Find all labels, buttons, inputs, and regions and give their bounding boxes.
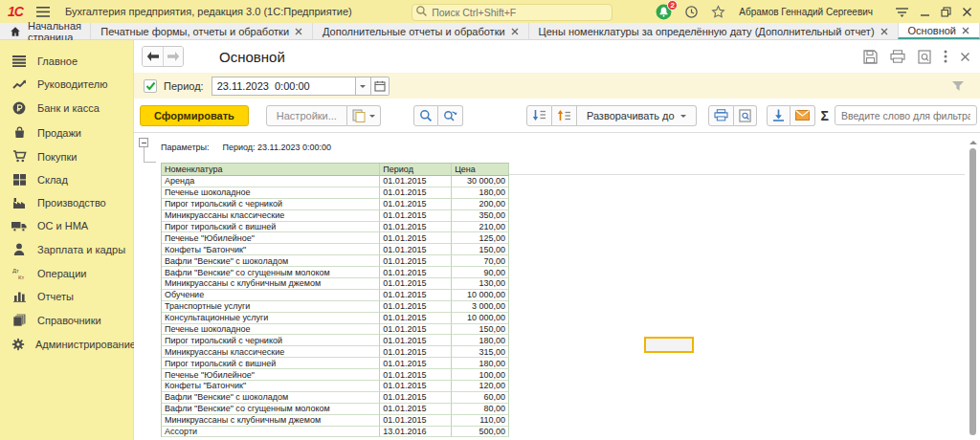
sidebar-item-purchases[interactable]: Покупки xyxy=(0,144,133,168)
group-collapse-box[interactable] xyxy=(139,138,148,147)
collapse-levels-button[interactable] xyxy=(552,105,577,126)
nomenclature-cell[interactable]: Консультационные услуги xyxy=(162,313,380,324)
period-cell[interactable]: 01.01.2015 xyxy=(380,301,452,313)
find-button[interactable] xyxy=(413,105,438,126)
nomenclature-cell[interactable]: Обучение xyxy=(162,290,380,301)
price-cell[interactable]: 10 000,00 xyxy=(452,290,509,301)
tab-print-forms[interactable]: Печатные формы, отчеты и обработки xyxy=(90,23,312,39)
nomenclature-cell[interactable]: Вафли "Венские" с шоколадом xyxy=(162,255,380,267)
price-cell[interactable]: 10 000,00 xyxy=(452,313,509,324)
price-cell[interactable]: 150,00 xyxy=(452,324,509,336)
period-cell[interactable]: 01.01.2015 xyxy=(380,187,452,199)
tab-nomenclature-prices[interactable]: Цены номенклатуры за определённую дату (… xyxy=(528,23,898,39)
vertical-scrollbar[interactable] xyxy=(968,137,978,440)
nomenclature-cell[interactable]: Миникруассаны классические xyxy=(162,346,380,358)
expand-levels-button[interactable] xyxy=(526,105,552,126)
restore-window-button[interactable] xyxy=(941,7,951,17)
period-cell[interactable]: 01.01.2015 xyxy=(380,324,452,336)
period-dropdown-button[interactable] xyxy=(355,77,371,96)
history-icon[interactable] xyxy=(684,5,699,19)
nomenclature-cell[interactable]: Конфеты "Батончик" xyxy=(162,244,380,255)
preview-icon[interactable] xyxy=(918,50,931,64)
selected-cell[interactable] xyxy=(644,337,694,353)
filter-funnel-icon[interactable] xyxy=(951,80,965,92)
column-header-nomenclature[interactable]: Номенклатура xyxy=(162,164,380,176)
period-checkbox[interactable] xyxy=(144,79,157,93)
nomenclature-cell[interactable]: Транспортные услуги xyxy=(162,301,380,313)
settings-button[interactable]: Настройки... xyxy=(266,105,347,126)
tab-home[interactable]: Начальная страница xyxy=(0,23,90,39)
nomenclature-cell[interactable]: Печенье шоколадное xyxy=(162,187,380,199)
price-cell[interactable]: 100,00 xyxy=(452,369,509,381)
price-cell[interactable]: 210,00 xyxy=(452,222,509,233)
calendar-button[interactable] xyxy=(371,77,390,96)
price-cell[interactable]: 90,00 xyxy=(452,267,509,278)
price-cell[interactable]: 500,00 xyxy=(452,427,509,438)
sidebar-item-sales[interactable]: Продажи xyxy=(0,121,133,144)
sidebar-item-main[interactable]: Главное xyxy=(0,50,133,73)
nomenclature-cell[interactable]: Ассорти xyxy=(162,427,380,438)
price-cell[interactable]: 110,00 xyxy=(452,415,509,427)
price-cell[interactable]: 180,00 xyxy=(452,335,509,346)
minimize-button[interactable] xyxy=(920,7,930,17)
tab-close-icon[interactable] xyxy=(962,27,969,34)
price-cell[interactable]: 180,00 xyxy=(452,358,509,369)
global-search-input[interactable] xyxy=(412,4,612,21)
service-menu-icon[interactable] xyxy=(895,6,909,17)
period-cell[interactable]: 01.01.2015 xyxy=(380,313,452,324)
price-cell[interactable]: 60,00 xyxy=(452,392,509,404)
print-button[interactable] xyxy=(708,105,734,126)
price-cell[interactable]: 30 000,00 xyxy=(452,176,509,187)
scrollbar-thumb[interactable] xyxy=(969,148,976,435)
period-date-input[interactable] xyxy=(212,77,355,96)
more-actions-kebab-icon[interactable] xyxy=(944,50,947,63)
nomenclature-cell[interactable]: Миникруассаны классические xyxy=(162,210,380,222)
period-cell[interactable]: 01.01.2015 xyxy=(380,404,452,415)
nomenclature-cell[interactable]: Аренда xyxy=(162,176,380,187)
global-search[interactable] xyxy=(412,3,612,20)
back-button[interactable] xyxy=(143,47,163,66)
close-window-button[interactable] xyxy=(962,7,972,17)
price-cell[interactable]: 70,00 xyxy=(452,255,509,267)
send-email-button[interactable] xyxy=(791,105,815,126)
sidebar-item-manager[interactable]: Руководителю xyxy=(0,73,133,96)
nomenclature-cell[interactable]: Пирог тирольский с вишней xyxy=(162,222,380,233)
period-cell[interactable]: 01.01.2015 xyxy=(380,392,452,404)
tab-additional-reports[interactable]: Дополнительные отчеты и обработки xyxy=(312,23,528,39)
price-cell[interactable]: 120,00 xyxy=(452,381,509,392)
price-cell[interactable]: 200,00 xyxy=(452,199,509,210)
nomenclature-cell[interactable]: Вафли "Венские" со сгущенным молоком xyxy=(162,404,380,415)
nomenclature-cell[interactable]: Пирог тирольский с вишней xyxy=(162,358,380,369)
main-menu-icon[interactable] xyxy=(36,7,50,17)
column-header-price[interactable]: Цена xyxy=(452,164,509,176)
period-cell[interactable]: 01.01.2015 xyxy=(380,358,452,369)
nomenclature-cell[interactable]: Пирог тирольский с черникой xyxy=(162,335,380,346)
autosum-button[interactable]: Σ xyxy=(821,108,829,123)
favorites-star-icon[interactable] xyxy=(711,5,725,19)
sidebar-item-directories[interactable]: Справочники xyxy=(0,308,133,332)
sidebar-item-fixed-assets[interactable]: ОС и НМА xyxy=(0,214,133,237)
period-cell[interactable]: 01.01.2015 xyxy=(380,222,452,233)
forward-button[interactable] xyxy=(163,47,183,66)
scroll-up-arrow-icon[interactable] xyxy=(969,137,977,144)
print-icon[interactable] xyxy=(890,50,905,63)
sidebar-item-production[interactable]: Производство xyxy=(0,191,133,214)
tab-main-report[interactable]: Основной xyxy=(898,23,980,39)
period-cell[interactable]: 01.01.2015 xyxy=(380,232,452,244)
nomenclature-cell[interactable]: Печенье "Юбилейное" xyxy=(162,369,380,381)
nomenclature-cell[interactable]: Печенье "Юбилейное" xyxy=(162,232,380,244)
find-next-button[interactable] xyxy=(438,105,463,126)
period-cell[interactable]: 01.01.2015 xyxy=(380,255,452,267)
price-cell[interactable]: 80,00 xyxy=(452,404,509,415)
sidebar-item-operations[interactable]: ДтКт Операции xyxy=(0,261,133,285)
nomenclature-cell[interactable]: Миникруассаны с клубничным джемом xyxy=(162,278,380,290)
price-cell[interactable]: 315,00 xyxy=(452,346,509,358)
sidebar-item-administration[interactable]: Администрирование xyxy=(0,332,133,357)
period-cell[interactable]: 01.01.2015 xyxy=(380,381,452,392)
period-cell[interactable]: 01.01.2015 xyxy=(380,267,452,278)
sidebar-item-bank-cash[interactable]: Банк и касса xyxy=(0,96,133,121)
period-cell[interactable]: 01.01.2015 xyxy=(380,415,452,427)
period-cell[interactable]: 01.01.2015 xyxy=(380,290,452,301)
price-cell[interactable]: 350,00 xyxy=(452,210,509,222)
nomenclature-cell[interactable]: Конфеты "Батончик" xyxy=(162,381,380,392)
